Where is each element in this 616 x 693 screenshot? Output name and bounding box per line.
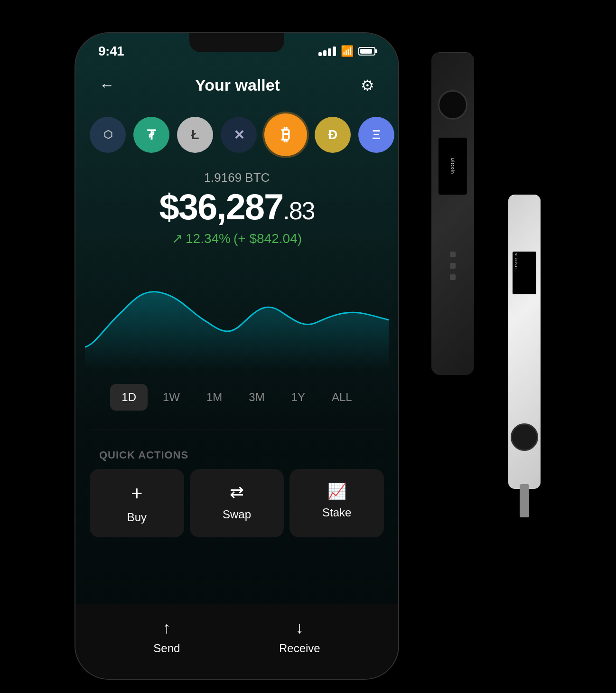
coin-item-unknown[interactable]: ⬡ [90,117,126,153]
quick-actions-label: QUICK ACTIONS [75,440,398,469]
page-title: Your wallet [195,76,280,94]
change-percent: 12.34% [186,231,231,246]
period-1y[interactable]: 1Y [280,384,317,411]
ledger-nano-s: Ethereum [508,195,541,489]
balance-section: 1.9169 BTC $36,287.83 ↗ 12.34% (+ $842.0… [75,166,398,251]
stake-label: Stake [322,506,351,519]
send-label: Send [153,642,180,655]
divider [90,430,384,430]
wifi-icon: 📶 [341,45,354,57]
fiat-main: $36,287 [159,187,283,227]
period-1d[interactable]: 1D [110,384,148,411]
status-icons: 📶 [318,45,375,57]
swap-icon: ⇄ [230,482,244,502]
crypto-balance: 1.9169 BTC [85,170,389,185]
ledger-nano-x: Bitcoin [431,52,474,375]
coin-item-btc[interactable]: ₿ [264,113,307,156]
buy-icon: + [131,482,143,505]
receive-button[interactable]: ↓ Receive [279,618,320,655]
ledger-nano-s-screen: Ethereum [513,252,536,294]
change-arrow: ↗ [172,231,183,246]
ledger-nano-x-screen: Bitcoin [439,138,467,195]
fiat-cents: .83 [283,197,314,225]
buy-button[interactable]: + Buy [90,469,184,537]
page-header: ← Your wallet ⚙ [75,66,398,104]
stake-icon: 📈 [327,482,346,500]
period-3m[interactable]: 3M [237,384,276,411]
swap-button[interactable]: ⇄ Swap [190,469,284,537]
balance-change: ↗ 12.34% (+ $842.04) [85,231,389,246]
ledger-nano-x-screen-text: Bitcoin [450,158,455,174]
price-chart [75,251,398,375]
coin-item-eth[interactable]: Ξ [358,117,394,153]
phone-device: 9:41 📶 ← Your wallet [75,33,398,679]
scene: 9:41 📶 ← Your wallet [47,14,569,679]
ledger-nano-s-usb [520,484,529,517]
quick-actions-grid: + Buy ⇄ Swap 📈 Stake [75,469,398,537]
time-period-selector: 1D 1W 1M 3M 1Y ALL [75,375,398,420]
coin-item-tether[interactable]: ₮ [133,117,169,153]
stake-button[interactable]: 📈 Stake [289,469,384,537]
buy-label: Buy [127,511,147,524]
period-1w[interactable]: 1W [151,384,191,411]
change-value: (+ $842.04) [233,231,302,246]
swap-label: Swap [223,508,251,521]
fiat-balance: $36,287.83 [85,189,389,225]
send-icon: ↑ [163,618,171,637]
phone-notch [189,33,284,52]
phone-screen: 9:41 📶 ← Your wallet [75,33,398,679]
coin-item-xrp[interactable]: ✕ [221,117,257,153]
coin-item-ltc[interactable]: Ł [177,117,213,153]
status-time: 9:41 [98,44,124,59]
receive-icon: ↓ [296,618,304,637]
battery-icon [358,47,375,56]
coin-item-doge[interactable]: Ð [315,117,351,153]
signal-icon [318,47,336,56]
period-1m[interactable]: 1M [195,384,233,411]
bottom-navigation: ↑ Send ↓ Receive [75,604,398,679]
receive-label: Receive [279,642,320,655]
coin-selector-row: ⬡ ₮ Ł ✕ ₿ Ð Ξ ◈ A [75,104,398,166]
period-all[interactable]: ALL [320,384,364,411]
settings-icon[interactable]: ⚙ [361,76,374,94]
send-button[interactable]: ↑ Send [153,618,180,655]
back-button[interactable]: ← [99,76,114,94]
